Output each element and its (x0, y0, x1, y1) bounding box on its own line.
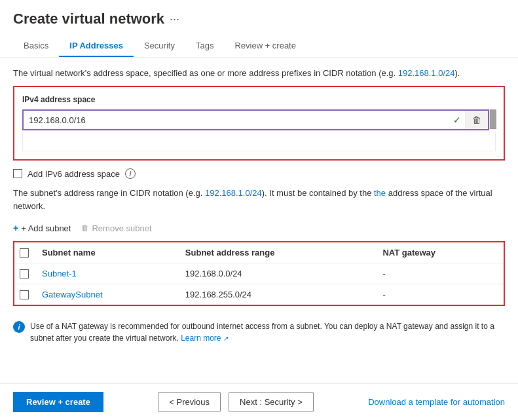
footer: Review + create < Previous Next : Securi… (0, 383, 518, 420)
table-row: GatewaySubnet 192.168.255.0/24 - (14, 284, 504, 305)
info-banner-text: Use of a NAT gateway is recommended for … (30, 320, 505, 344)
download-template-link[interactable]: Download a template for automation (368, 397, 505, 407)
subnet-actions: + + Add subnet 🗑 Remove subnet (13, 220, 505, 236)
remove-subnet-button[interactable]: 🗑 Remove subnet (81, 221, 151, 236)
delete-ipv4-button[interactable]: 🗑 (465, 111, 488, 129)
info-text: Use of a NAT gateway is recommended for … (30, 322, 494, 343)
plus-icon: + (13, 223, 18, 233)
row2-subnet-name: GatewaySubnet (34, 284, 177, 305)
add-subnet-label: + Add subnet (21, 223, 71, 233)
tab-bar: Basics IP Addresses Security Tags Review… (0, 28, 518, 58)
row2-nat-gateway: - (375, 284, 504, 305)
external-link-icon: ↗ (223, 335, 229, 342)
row1-checkbox[interactable] (20, 269, 29, 278)
add-subnet-button[interactable]: + + Add subnet (13, 220, 71, 236)
row1-address-range: 192.168.0.0/24 (177, 263, 375, 284)
check-icon: ✓ (449, 115, 465, 125)
empty-address-row (22, 132, 496, 151)
info-icon: i (13, 321, 25, 333)
ipv4-address-input[interactable] (24, 111, 449, 129)
ipv6-checkbox[interactable] (13, 169, 22, 178)
row1-nat-gateway: - (375, 263, 504, 284)
row1-checkbox-cell (14, 263, 34, 284)
page-header: Create virtual network ··· (0, 0, 518, 28)
ipv6-info-icon[interactable]: i (125, 168, 136, 179)
nat-gateway-header: NAT gateway (375, 242, 504, 263)
subnet-table: Subnet name Subnet address range NAT gat… (14, 242, 504, 305)
ipv4-section-label: IPv4 address space (22, 95, 496, 104)
ipv6-row: Add IPv6 address space i (13, 168, 505, 179)
select-all-checkbox[interactable] (20, 248, 29, 258)
row2-checkbox[interactable] (20, 290, 29, 299)
subnet-cidr-example: 192.168.1.0/24 (205, 188, 262, 198)
subnet-table-container: Subnet name Subnet address range NAT gat… (13, 241, 505, 306)
cidr-example: 192.168.1.0/24 (398, 68, 455, 78)
header-checkbox-cell (14, 242, 34, 263)
row1-subnet-name: Subnet-1 (34, 263, 177, 284)
learn-more-label: Learn more (181, 334, 221, 343)
gateway-subnet-link[interactable]: GatewaySubnet (42, 290, 103, 299)
row2-checkbox-cell (14, 284, 34, 305)
tab-security[interactable]: Security (134, 35, 185, 57)
table-header-row: Subnet name Subnet address range NAT gat… (14, 242, 504, 263)
info-banner: i Use of a NAT gateway is recommended fo… (13, 314, 505, 351)
previous-button[interactable]: < Previous (158, 392, 221, 411)
ipv6-label: Add IPv6 address space (28, 169, 120, 179)
main-content: The virtual network's address space, spe… (0, 58, 518, 366)
row2-address-range: 192.168.255.0/24 (177, 284, 375, 305)
ipv4-address-section: IPv4 address space ✓ 🗑 (13, 86, 505, 161)
address-space-description: The virtual network's address space, spe… (13, 68, 505, 78)
subnet-1-link[interactable]: Subnet-1 (42, 269, 77, 278)
tab-basics[interactable]: Basics (13, 35, 59, 57)
review-create-button[interactable]: Review + create (13, 392, 103, 412)
tab-ip-addresses[interactable]: IP Addresses (59, 35, 134, 57)
table-row: Subnet-1 192.168.0.0/24 - (14, 263, 504, 284)
trash-icon: 🗑 (81, 223, 89, 233)
tab-tags[interactable]: Tags (185, 35, 224, 57)
more-options-icon[interactable]: ··· (170, 12, 179, 26)
next-security-button[interactable]: Next : Security > (229, 392, 314, 411)
subnet-description: The subnet's address range in CIDR notat… (13, 187, 505, 212)
page-title: Create virtual network (13, 10, 164, 28)
subnet-name-header: Subnet name (34, 242, 177, 263)
address-space-link[interactable]: the (374, 188, 386, 198)
remove-subnet-label: Remove subnet (92, 223, 151, 233)
tab-review-create[interactable]: Review + create (224, 35, 306, 57)
subnet-address-range-header: Subnet address range (177, 242, 375, 263)
learn-more-link[interactable]: Learn more ↗ (181, 334, 229, 343)
